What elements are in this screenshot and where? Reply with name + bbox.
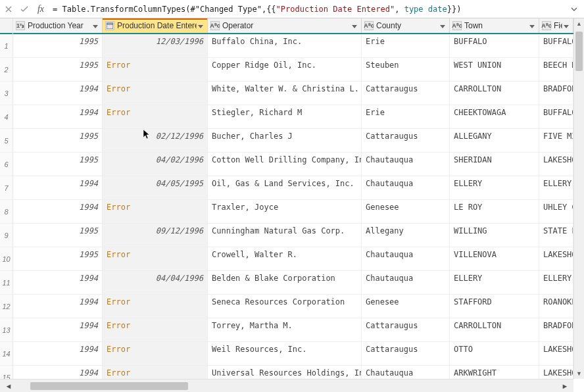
row-number[interactable]: 10 <box>0 247 12 271</box>
table-row[interactable]: 199504/02/1996Cotton Well Drilling Compa… <box>13 153 584 176</box>
scroll-right-button[interactable]: ► <box>556 381 573 391</box>
vertical-scroll-thumb[interactable] <box>575 32 583 71</box>
operator-cell[interactable]: Cotton Well Drilling Company, Inc. <box>208 153 362 176</box>
date-cell[interactable]: Error <box>103 295 208 318</box>
row-number[interactable]: 4 <box>0 105 12 129</box>
town-cell[interactable]: LE ROY <box>450 200 539 223</box>
year-cell[interactable]: 1994 <box>13 176 103 199</box>
horizontal-scrollbar[interactable]: ◄ ► <box>0 379 573 392</box>
row-number[interactable]: 9 <box>0 224 12 247</box>
formula-cancel-button[interactable] <box>1 3 16 16</box>
type-icon[interactable]: 1²₃ <box>16 21 25 30</box>
row-number[interactable]: 7 <box>0 176 12 200</box>
date-cell[interactable]: 04/05/1995 <box>103 176 208 199</box>
row-number[interactable]: 5 <box>0 129 12 153</box>
row-number[interactable]: 8 <box>0 200 12 224</box>
town-cell[interactable]: WEST UNION <box>450 58 539 81</box>
scroll-up-button[interactable]: ▲ <box>574 18 584 29</box>
operator-cell[interactable]: Crowell, Walter R. <box>208 247 362 270</box>
column-header-county[interactable]: AᴮcCounty <box>362 18 450 33</box>
row-number[interactable]: 6 <box>0 153 12 176</box>
select-all-corner[interactable] <box>0 18 12 34</box>
year-cell[interactable]: 1994 <box>13 295 103 318</box>
date-cell[interactable]: 12/03/1996 <box>103 34 208 57</box>
vertical-scrollbar[interactable]: ▲ ▼ <box>573 18 584 379</box>
date-cell[interactable]: Error <box>103 247 208 270</box>
county-cell[interactable]: Chautauqua <box>362 366 450 379</box>
filter-dropdown-icon[interactable] <box>93 22 99 29</box>
county-cell[interactable]: Genesee <box>362 295 450 318</box>
table-row[interactable]: 199512/03/1996Buffalo China, Inc.ErieBUF… <box>13 34 584 58</box>
filter-dropdown-icon[interactable] <box>564 22 570 29</box>
table-row[interactable]: 1994ErrorSeneca Resources CorporationGen… <box>13 295 584 318</box>
column-header-production-date-entered[interactable]: Production Date Entered <box>103 18 208 33</box>
row-number[interactable]: 11 <box>0 271 12 295</box>
town-cell[interactable]: SHERIDAN <box>450 153 539 176</box>
filter-dropdown-icon[interactable] <box>440 22 447 29</box>
town-cell[interactable]: ELLERY <box>450 271 539 294</box>
date-cell[interactable]: Error <box>103 82 208 105</box>
formula-expand-button[interactable] <box>567 3 581 16</box>
county-cell[interactable]: Erie <box>362 105 450 128</box>
year-cell[interactable]: 1995 <box>13 224 103 247</box>
operator-cell[interactable]: Bucher, Charles J <box>208 129 362 152</box>
town-cell[interactable]: VILLENOVA <box>450 247 539 270</box>
year-cell[interactable]: 1995 <box>13 129 103 152</box>
operator-cell[interactable]: Traxler, Joyce <box>208 200 362 223</box>
table-row[interactable]: 199509/12/1996Cunningham Natural Gas Cor… <box>13 224 584 247</box>
date-cell[interactable]: Error <box>103 366 208 379</box>
county-cell[interactable]: Chautauqua <box>362 247 450 270</box>
table-row[interactable]: 199404/05/1995Oil, Gas & Land Services, … <box>13 176 584 200</box>
operator-cell[interactable]: Buffalo China, Inc. <box>208 34 362 57</box>
year-cell[interactable]: 1994 <box>13 342 103 365</box>
field-cell[interactable]: BUFFALO <box>539 105 573 128</box>
row-number[interactable]: 3 <box>0 82 12 105</box>
type-icon[interactable]: Aᴮc <box>364 21 374 30</box>
year-cell[interactable]: 1995 <box>13 34 103 57</box>
table-row[interactable]: 1994ErrorTorrey, Martha M.CattaraugusCAR… <box>13 318 584 342</box>
town-cell[interactable]: CARROLLTON <box>450 318 539 341</box>
scroll-left-button[interactable]: ◄ <box>0 381 17 391</box>
table-row[interactable]: 1994ErrorWeil Resources, Inc.Cattaraugus… <box>13 342 584 366</box>
date-cell[interactable]: Error <box>103 318 208 341</box>
table-row[interactable]: 1995ErrorCrowell, Walter R.ChautauquaVIL… <box>13 247 584 271</box>
formula-commit-button[interactable] <box>17 3 32 16</box>
row-number[interactable]: 2 <box>0 58 12 82</box>
operator-cell[interactable]: Torrey, Martha M. <box>208 318 362 341</box>
town-cell[interactable]: ARKWRIGHT <box>450 366 539 379</box>
formula-input[interactable]: = Table.TransformColumnTypes(#"Changed T… <box>50 3 567 15</box>
column-header-production-year[interactable]: 1²₃Production Year <box>13 18 103 33</box>
town-cell[interactable]: WILLING <box>450 224 539 247</box>
table-row[interactable]: 199404/04/1996Belden & Blake Corporation… <box>13 271 584 295</box>
field-cell[interactable]: LAKESHO <box>539 153 573 176</box>
date-cell[interactable]: Error <box>103 200 208 223</box>
field-cell[interactable]: FIVE MI <box>539 129 573 152</box>
year-cell[interactable]: 1995 <box>13 58 103 81</box>
field-cell[interactable]: STATE L <box>539 224 573 247</box>
county-cell[interactable]: Chautauqua <box>362 271 450 294</box>
scroll-down-button[interactable]: ▼ <box>574 368 584 379</box>
operator-cell[interactable]: Weil Resources, Inc. <box>208 342 362 365</box>
horizontal-scroll-thumb[interactable] <box>30 382 188 390</box>
year-cell[interactable]: 1994 <box>13 105 103 128</box>
field-cell[interactable]: LAKESHO <box>539 342 573 365</box>
operator-cell[interactable]: Stiegler, Richard M <box>208 105 362 128</box>
county-cell[interactable]: Allegany <box>362 224 450 247</box>
field-cell[interactable]: UHLEY C <box>539 200 573 223</box>
filter-dropdown-icon[interactable] <box>198 22 205 29</box>
county-cell[interactable]: Cattaraugus <box>362 82 450 105</box>
operator-cell[interactable]: Oil, Gas & Land Services, Inc. <box>208 176 362 199</box>
county-cell[interactable]: Cattaraugus <box>362 129 450 152</box>
date-cell[interactable]: 04/04/1996 <box>103 271 208 294</box>
date-cell[interactable]: Error <box>103 105 208 128</box>
field-cell[interactable]: BEECH H <box>539 58 573 81</box>
column-header-field[interactable]: AᴮcField <box>539 18 573 33</box>
year-cell[interactable]: 1994 <box>13 82 103 105</box>
row-number[interactable]: 14 <box>0 342 12 366</box>
table-row[interactable]: 199502/12/1996Bucher, Charles JCattaraug… <box>13 129 584 153</box>
table-row[interactable]: 1994ErrorTraxler, JoyceGeneseeLE ROYUHLE… <box>13 200 584 224</box>
year-cell[interactable]: 1994 <box>13 271 103 294</box>
town-cell[interactable]: ALLEGANY <box>450 129 539 152</box>
field-cell[interactable]: ROANOKE <box>539 295 573 318</box>
filter-dropdown-icon[interactable] <box>352 22 358 29</box>
